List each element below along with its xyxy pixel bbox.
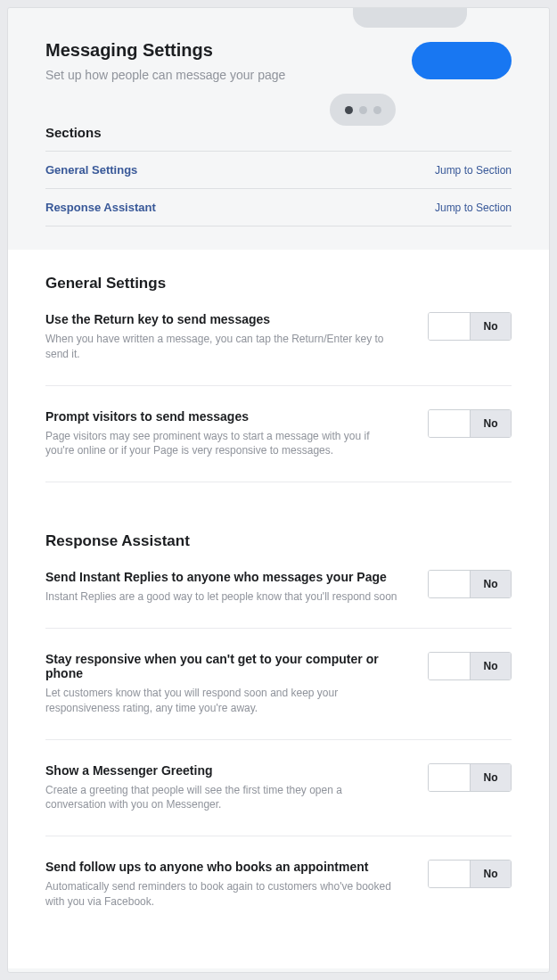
toggle-prompt-visitors[interactable]: No bbox=[428, 409, 512, 438]
setting-text: Prompt visitors to send messages Page vi… bbox=[45, 409, 428, 459]
setting-title: Use the Return key to send messages bbox=[45, 312, 401, 326]
setting-text: Stay responsive when you can't get to yo… bbox=[45, 652, 428, 716]
setting-title: Stay responsive when you can't get to yo… bbox=[45, 652, 401, 680]
toggle-instant-replies[interactable]: No bbox=[428, 570, 512, 598]
settings-panel: General Settings Use the Return key to s… bbox=[8, 250, 549, 968]
toggle-return-key[interactable]: No bbox=[428, 312, 512, 341]
chat-bubble-gray-icon bbox=[353, 8, 467, 28]
setting-desc: Let customers know that you will respond… bbox=[45, 686, 401, 716]
toggle-no: No bbox=[470, 653, 511, 679]
setting-desc: Instant Replies are a good way to let pe… bbox=[45, 589, 401, 605]
toggle-no: No bbox=[470, 861, 511, 887]
setting-text: Use the Return key to send messages When… bbox=[45, 312, 428, 362]
messaging-settings-page: Messaging Settings Set up how people can… bbox=[7, 7, 550, 973]
setting-title: Send follow ups to anyone who books an a… bbox=[45, 860, 401, 874]
setting-stay-responsive: Stay responsive when you can't get to yo… bbox=[45, 652, 512, 740]
setting-return-key: Use the Return key to send messages When… bbox=[45, 312, 512, 386]
jump-to-section-link: Jump to Section bbox=[435, 164, 512, 177]
setting-desc: Create a greeting that people will see t… bbox=[45, 783, 401, 813]
setting-follow-ups: Send follow ups to anyone who books an a… bbox=[45, 860, 512, 933]
setting-desc: Automatically send reminders to book aga… bbox=[45, 879, 401, 910]
typing-indicator-icon bbox=[330, 94, 396, 126]
section-link-general-settings[interactable]: General Settings Jump to Section bbox=[45, 152, 512, 189]
setting-desc: Page visitors may see prominent ways to … bbox=[45, 429, 401, 459]
toggle-no: No bbox=[470, 571, 511, 597]
setting-instant-replies: Send Instant Replies to anyone who messa… bbox=[45, 570, 512, 629]
toggle-messenger-greeting[interactable]: No bbox=[428, 763, 512, 792]
setting-title: Show a Messenger Greeting bbox=[45, 763, 401, 778]
toggle-follow-ups[interactable]: No bbox=[428, 860, 512, 888]
setting-text: Show a Messenger Greeting Create a greet… bbox=[45, 763, 428, 813]
group-heading-general-settings: General Settings bbox=[45, 275, 512, 292]
setting-title: Prompt visitors to send messages bbox=[45, 409, 401, 424]
toggle-yes bbox=[429, 313, 470, 340]
section-link-response-assistant[interactable]: Response Assistant Jump to Section bbox=[45, 189, 512, 226]
sections-heading: Sections bbox=[45, 125, 512, 151]
toggle-stay-responsive[interactable]: No bbox=[428, 652, 512, 680]
toggle-yes bbox=[429, 861, 470, 887]
toggle-yes bbox=[429, 764, 470, 791]
group-heading-response-assistant: Response Assistant bbox=[45, 532, 512, 550]
setting-messenger-greeting: Show a Messenger Greeting Create a greet… bbox=[45, 763, 512, 837]
sections-list: General Settings Jump to Section Respons… bbox=[45, 151, 512, 226]
setting-desc: When you have written a message, you can… bbox=[45, 332, 401, 362]
toggle-no: No bbox=[470, 313, 511, 340]
toggle-yes bbox=[429, 653, 470, 679]
setting-title: Send Instant Replies to anyone who messa… bbox=[45, 570, 401, 584]
section-link-label: General Settings bbox=[45, 163, 137, 177]
setting-text: Send follow ups to anyone who books an a… bbox=[45, 860, 428, 910]
section-link-label: Response Assistant bbox=[45, 201, 156, 214]
toggle-no: No bbox=[470, 764, 511, 791]
toggle-yes bbox=[429, 410, 470, 437]
jump-to-section-link: Jump to Section bbox=[435, 202, 512, 214]
toggle-yes bbox=[429, 571, 470, 597]
setting-prompt-visitors: Prompt visitors to send messages Page vi… bbox=[45, 409, 512, 483]
chat-bubble-blue-icon bbox=[412, 42, 512, 79]
header-section: Messaging Settings Set up how people can… bbox=[8, 8, 549, 237]
toggle-no: No bbox=[470, 410, 511, 437]
setting-text: Send Instant Replies to anyone who messa… bbox=[45, 570, 428, 605]
